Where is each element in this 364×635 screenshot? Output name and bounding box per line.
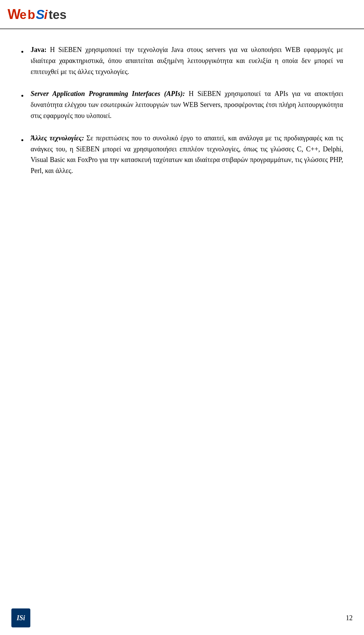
- svg-text:e: e: [20, 8, 27, 22]
- bullet-label-java: Java:: [31, 46, 47, 53]
- svg-text:W: W: [8, 6, 21, 22]
- page-header: W e b S i tes: [0, 0, 364, 29]
- svg-text:S: S: [36, 7, 45, 22]
- bullet-content-java: Java: Η SiEBEN χρησιμοποιεί την τεχνολογ…: [31, 44, 343, 77]
- page-container: W e b S i tes Java: Η SiEBEN χρησιμοποιε…: [0, 0, 364, 635]
- bullet-label-api: Server Application Programming Interface…: [31, 90, 185, 97]
- svg-text:b: b: [28, 8, 35, 22]
- bullet-text-java: Η SiEBEN χρησιμοποιεί την τεχνολογία Jav…: [31, 46, 343, 75]
- list-item: Server Application Programming Interface…: [21, 88, 343, 121]
- bullet-list: Java: Η SiEBEN χρησιμοποιεί την τεχνολογ…: [21, 44, 343, 176]
- footer-logo-box: ISi: [11, 608, 30, 627]
- logo-image: W e b S i tes: [8, 5, 77, 24]
- logo: W e b S i tes: [8, 5, 77, 25]
- bullet-content-other: Άλλες τεχνολογίες: Σε περιπτώσεις που το…: [31, 133, 343, 176]
- footer-logo: ISi: [11, 608, 30, 627]
- list-item: Java: Η SiEBEN χρησιμοποιεί την τεχνολογ…: [21, 44, 343, 77]
- page-content: Java: Η SiEBEN χρησιμοποιεί την τεχνολογ…: [0, 37, 364, 211]
- svg-text:tes: tes: [49, 8, 66, 22]
- page-footer: ISi 12: [0, 608, 364, 627]
- list-item: Άλλες τεχνολογίες: Σε περιπτώσεις που το…: [21, 133, 343, 176]
- footer-logo-text: ISi: [17, 614, 25, 622]
- bullet-content-api: Server Application Programming Interface…: [31, 88, 343, 121]
- svg-text:i: i: [44, 8, 48, 22]
- bullet-label-other: Άλλες τεχνολογίες:: [31, 134, 84, 142]
- page-number: 12: [346, 614, 353, 622]
